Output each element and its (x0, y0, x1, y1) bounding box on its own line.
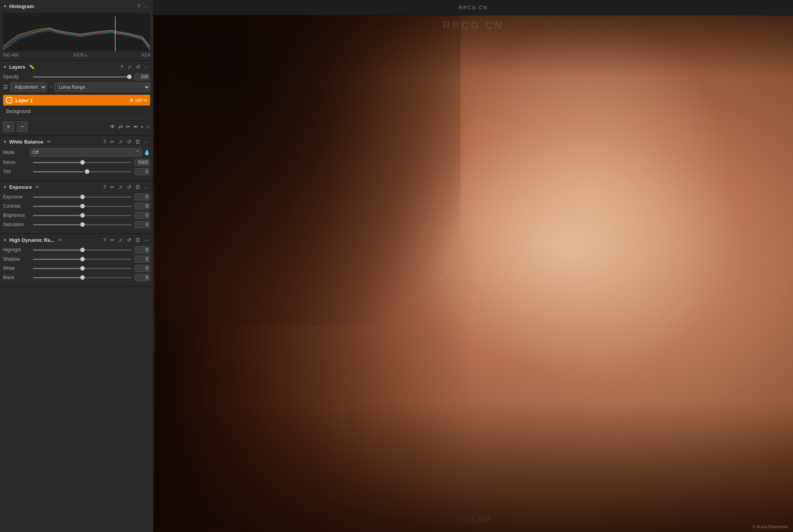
wb-chevron-icon[interactable]: ▼ (3, 140, 7, 144)
layer-1-item[interactable]: ✓ Layer 1 ⚙ 100 % (3, 95, 150, 106)
remove-layer-btn[interactable]: − (17, 121, 28, 132)
hdr-edit-btn[interactable]: ✏ (57, 237, 63, 243)
exp-undo-btn[interactable]: ↺ (126, 184, 133, 190)
hdr-chevron-icon[interactable]: ▼ (3, 238, 7, 242)
exp-saturation-slider[interactable] (33, 224, 132, 225)
hdr-white-value[interactable]: 0 (135, 265, 150, 272)
wb-pen-btn[interactable]: ✏ (109, 139, 116, 145)
exp-chevron-icon[interactable]: ▼ (3, 185, 7, 189)
background-label: Background (3, 107, 150, 116)
wb-kelvin-label: Kelvin (3, 160, 30, 165)
wb-help-btn[interactable]: ? (102, 139, 107, 145)
exp-saturation-value[interactable]: 0 (135, 221, 150, 228)
layers-title: Layers (9, 64, 25, 70)
hdr-black-value[interactable]: 0 (135, 274, 150, 281)
layer-eye-btn[interactable]: 👁 (109, 123, 116, 131)
layer-1-sliders-icon: ⚙ (130, 98, 134, 103)
exp-edit-btn[interactable]: ✏ (34, 184, 41, 190)
hdr-highlight-value[interactable]: 0 (135, 246, 150, 253)
hdr-shadow-value[interactable]: 0 (135, 256, 150, 263)
layers-section: ▼ Layers ✏️ ? ⤢ ↺ ··· Opacity 100 ☰ (0, 61, 153, 135)
wb-mode-dropdown[interactable]: Off ⌃ (30, 148, 142, 157)
opacity-label: Opacity (3, 74, 30, 79)
opacity-value[interactable]: 100 (135, 73, 150, 80)
histogram-menu-btn[interactable]: ··· (143, 3, 150, 10)
hdr-black-slider[interactable] (33, 277, 132, 278)
wb-tint-slider[interactable] (33, 171, 132, 172)
histogram-shutter: 1/125 s (73, 53, 87, 57)
exp-brightness-slider[interactable] (33, 215, 132, 216)
hdr-expand-btn[interactable]: ⤢ (117, 237, 124, 243)
layer-square-btn[interactable]: ▪ (140, 123, 144, 131)
layers-menu-btn[interactable]: ··· (143, 64, 150, 70)
exp-contrast-value[interactable]: 0 (135, 203, 150, 210)
exp-pen-btn[interactable]: ✏ (109, 184, 116, 190)
top-bar-title: RRCG.CN (459, 5, 488, 10)
exp-brightness-value[interactable]: 0 (135, 212, 150, 219)
wb-kelvin-value[interactable]: 5000 (135, 159, 150, 166)
exp-expand-btn[interactable]: ⤢ (117, 184, 124, 190)
layer-pencil-btn[interactable]: ✒ (133, 123, 139, 131)
wb-expand-btn[interactable]: ⤢ (117, 139, 124, 145)
adjustment-row: ☰ Adjustment ⌃ Luma Range... (3, 83, 150, 92)
layers-expand-btn[interactable]: ⤢ (126, 64, 133, 70)
wb-edit-btn[interactable]: ✏ (46, 139, 52, 145)
hdr-highlight-slider[interactable] (33, 249, 132, 251)
wb-undo-btn[interactable]: ↺ (126, 139, 133, 145)
hdr-black-label: Black (3, 275, 30, 280)
wb-menu-btn[interactable]: ··· (143, 139, 150, 145)
histogram-chevron-icon[interactable]: ▼ (3, 4, 7, 8)
opacity-slider[interactable] (33, 76, 132, 78)
layers-help-btn[interactable]: ? (119, 64, 125, 70)
layer-1-percent: 100 % (135, 98, 147, 102)
hdr-pen-btn[interactable]: ✏ (109, 237, 116, 243)
hdr-white-slider[interactable] (33, 268, 132, 269)
wb-tint-value[interactable]: 0 (135, 168, 150, 175)
adjustment-dropdown[interactable]: Adjustment (10, 83, 47, 92)
wb-mode-label: Mode (3, 150, 30, 155)
top-bar: RRCG.CN (154, 0, 793, 15)
histogram-help-btn[interactable]: ? (136, 3, 142, 10)
exp-menu-btn[interactable]: ··· (143, 184, 150, 190)
wb-mode-row: Mode Off ⌃ 💧 (3, 148, 150, 157)
luma-range-dropdown[interactable]: Luma Range... (55, 83, 150, 92)
layers-chevron-icon[interactable]: ▼ (3, 65, 7, 69)
hdr-undo-btn[interactable]: ↺ (126, 237, 133, 243)
wb-list-btn[interactable]: ☰ (134, 139, 142, 145)
exp-brightness-label: Brightness (3, 213, 30, 218)
exp-title: Exposure (9, 184, 32, 190)
exp-contrast-slider[interactable] (33, 206, 132, 207)
layer-pen-btn[interactable]: ✏ (125, 123, 131, 131)
exp-contrast-row: Contrast 0 (3, 203, 150, 210)
wb-eyedropper-btn[interactable]: 💧 (144, 149, 150, 155)
photo-area: RRCG.CN 人人素材 ⊙ 人人素材 © Ausra Babiedaite (154, 15, 793, 532)
hdr-shadow-slider[interactable] (33, 259, 132, 260)
exp-exposure-slider[interactable] (33, 197, 132, 198)
exp-saturation-label: Saturation (3, 222, 30, 227)
opacity-row: Opacity 100 (3, 73, 150, 80)
exp-list-btn[interactable]: ☰ (134, 184, 142, 190)
exp-help-btn[interactable]: ? (102, 184, 107, 190)
exp-saturation-row: Saturation 0 (3, 221, 150, 228)
histogram-aperture: f/2.8 (142, 53, 150, 57)
layers-undo-btn[interactable]: ↺ (134, 64, 142, 70)
hdr-white-row: White 0 (3, 265, 150, 272)
exp-exposure-value[interactable]: 0 (135, 193, 150, 200)
layer-1-name: Layer 1 (15, 97, 130, 103)
hdr-menu-btn[interactable]: ··· (143, 237, 150, 243)
layer-copy-btn[interactable]: ⇄ (117, 123, 124, 131)
wb-tint-row: Tint 0 (3, 168, 150, 175)
layer-actions: + − 👁 ⇄ ✏ ✒ ▪ ○ (3, 119, 150, 132)
wb-kelvin-slider[interactable] (33, 162, 132, 163)
layer-circle-btn[interactable]: ○ (145, 123, 150, 131)
histogram-meta: ISO 400 1/125 s f/2.8 (3, 53, 150, 57)
add-layer-btn[interactable]: + (3, 121, 14, 132)
layer-1-checkbox[interactable]: ✓ (6, 97, 12, 103)
wb-tint-label: Tint (3, 169, 30, 174)
hdr-list-btn[interactable]: ☰ (134, 237, 142, 243)
hdr-shadow-row: Shadow 0 (3, 256, 150, 263)
histogram-title: Histogram (9, 3, 34, 9)
hdr-help-btn[interactable]: ? (102, 237, 107, 243)
hdr-highlight-row: Highlight 0 (3, 246, 150, 253)
layers-edit-btn[interactable]: ✏️ (28, 64, 36, 70)
